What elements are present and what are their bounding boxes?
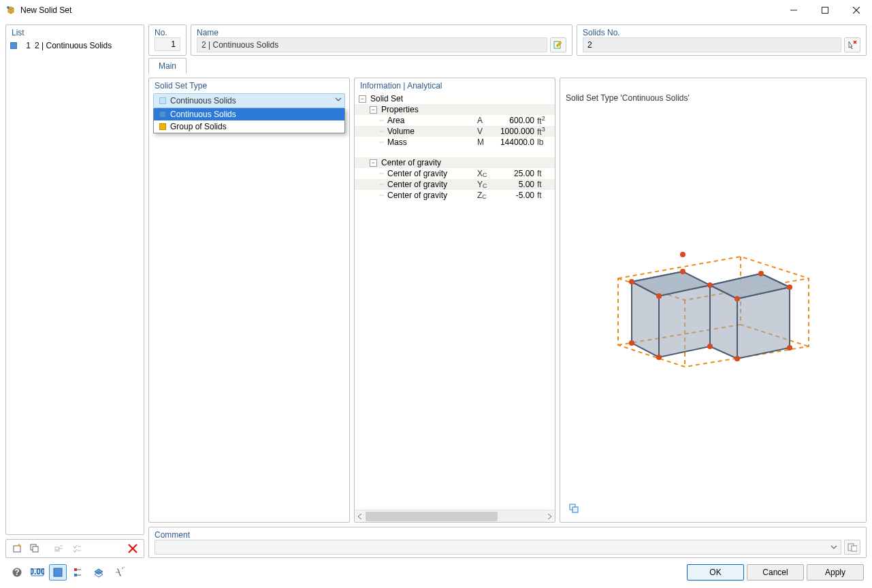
svg-point-31 bbox=[787, 284, 792, 290]
prop-name: Mass bbox=[383, 137, 477, 147]
prop-name: Volume bbox=[383, 127, 477, 136]
check-all-button[interactable] bbox=[69, 541, 85, 556]
prop-unit: lb bbox=[534, 137, 551, 147]
option-label: Group of Solids bbox=[170, 122, 227, 131]
combo-option-continuous[interactable]: Continuous Solids bbox=[154, 108, 344, 120]
information-label: Information | Analytical bbox=[360, 81, 442, 91]
help-button[interactable]: ? bbox=[8, 564, 26, 581]
cog-name: Center of gravity bbox=[383, 191, 477, 200]
list-item-icon bbox=[10, 42, 17, 49]
check-selected-button[interactable] bbox=[51, 541, 67, 556]
copy-item-button[interactable] bbox=[27, 541, 43, 556]
close-button[interactable] bbox=[841, 0, 872, 20]
prop-val: 144000.0 bbox=[496, 137, 534, 147]
svg-point-30 bbox=[758, 271, 764, 276]
chevron-down-icon bbox=[830, 543, 838, 551]
info-tree: −Solid Set −Properties ┈AreaA600.00ft2 ┈… bbox=[355, 93, 555, 510]
scroll-left-button[interactable] bbox=[355, 511, 366, 522]
name-label: Name bbox=[197, 28, 566, 37]
list-panel: List 1 2 | Continuous Solids bbox=[5, 24, 144, 535]
solids-no-input[interactable]: 2 bbox=[583, 37, 841, 52]
no-label: No. bbox=[155, 28, 180, 37]
cog-val: 25.00 bbox=[496, 169, 534, 178]
display-button[interactable] bbox=[49, 564, 67, 581]
tree-toggle[interactable]: − bbox=[370, 106, 377, 114]
tree-button[interactable] bbox=[69, 564, 87, 581]
layer-button[interactable] bbox=[90, 564, 108, 581]
solids-no-panel: Solids No. 2 bbox=[577, 24, 867, 56]
scroll-track[interactable] bbox=[366, 511, 544, 522]
prop-unit: ft3 bbox=[534, 126, 551, 137]
solid-set-type-label: Solid Set Type bbox=[155, 81, 207, 91]
tree-toggle[interactable]: − bbox=[359, 95, 366, 103]
tree-solid-set: Solid Set bbox=[369, 94, 551, 103]
solid-set-type-combo[interactable]: Continuous Solids Continuous Solids bbox=[153, 93, 345, 108]
scroll-thumb[interactable] bbox=[366, 512, 498, 521]
cog-name: Center of gravity bbox=[383, 169, 477, 178]
cog-unit: ft bbox=[534, 180, 551, 189]
option-swatch-icon bbox=[159, 123, 166, 130]
svg-point-28 bbox=[629, 340, 634, 346]
tabs: Main bbox=[148, 59, 867, 74]
list-item[interactable]: 1 2 | Continuous Solids bbox=[6, 40, 144, 51]
prop-sym: V bbox=[477, 127, 496, 136]
minimize-button[interactable] bbox=[778, 0, 809, 20]
svg-point-32 bbox=[734, 296, 740, 301]
app-icon bbox=[5, 5, 16, 16]
svg-rect-4 bbox=[822, 7, 828, 13]
combo-selected: Continuous Solids bbox=[170, 96, 236, 105]
tree-properties: Properties bbox=[380, 105, 551, 114]
svg-point-35 bbox=[680, 252, 685, 257]
svg-point-29 bbox=[707, 344, 713, 349]
save-comment-button[interactable] bbox=[844, 540, 860, 555]
svg-text:?: ? bbox=[14, 568, 19, 577]
svg-point-27 bbox=[656, 355, 662, 360]
prop-sym: A bbox=[477, 116, 496, 125]
maximize-button[interactable] bbox=[809, 0, 841, 20]
svg-text:^: ^ bbox=[122, 567, 125, 574]
comment-input[interactable] bbox=[155, 540, 841, 555]
svg-point-23 bbox=[629, 279, 634, 284]
svg-point-2 bbox=[7, 6, 10, 9]
delete-item-button[interactable] bbox=[125, 541, 141, 556]
dialog-footer: ? 0.00 ^ OK Cancel Apply bbox=[5, 562, 867, 583]
information-panel: Information | Analytical −Solid Set −Pro… bbox=[354, 78, 555, 523]
cog-sym: XC bbox=[477, 169, 496, 178]
preview-label: Solid Set Type 'Continuous Solids' bbox=[566, 93, 862, 103]
list-item-index: 1 bbox=[21, 41, 31, 50]
cog-sym: ZC bbox=[477, 191, 496, 200]
solid-set-type-panel: Solid Set Type Continuous Solids bbox=[148, 78, 350, 523]
cog-sym: YC bbox=[477, 180, 496, 189]
apply-button[interactable]: Apply bbox=[807, 564, 864, 581]
svg-point-24 bbox=[680, 269, 685, 274]
scroll-right-button[interactable] bbox=[544, 511, 555, 522]
ok-button[interactable]: OK bbox=[687, 564, 744, 581]
svg-rect-45 bbox=[74, 568, 77, 571]
units-button[interactable]: 0.00 bbox=[29, 564, 46, 581]
titlebar: New Solid Set bbox=[0, 0, 872, 20]
no-value: 1 bbox=[155, 37, 180, 51]
combo-option-group[interactable]: Group of Solids bbox=[154, 120, 344, 133]
svg-point-25 bbox=[707, 282, 713, 288]
pick-solids-button[interactable] bbox=[844, 37, 860, 52]
preview-canvas[interactable] bbox=[564, 105, 862, 499]
tree-toggle[interactable]: − bbox=[370, 159, 377, 167]
name-input[interactable]: 2 | Continuous Solids bbox=[197, 37, 547, 52]
cog-unit: ft bbox=[534, 169, 551, 178]
new-item-button[interactable] bbox=[9, 541, 25, 556]
function-button[interactable]: ^ bbox=[110, 564, 128, 581]
prop-val: 600.00 bbox=[496, 116, 534, 125]
cancel-button[interactable]: Cancel bbox=[747, 564, 804, 581]
prop-unit: ft2 bbox=[534, 115, 551, 126]
preview-panel: Solid Set Type 'Continuous Solids' bbox=[560, 78, 867, 523]
preview-cascade-button[interactable] bbox=[566, 501, 582, 516]
horizontal-scrollbar[interactable] bbox=[355, 510, 555, 522]
svg-rect-37 bbox=[572, 507, 578, 512]
edit-name-button[interactable] bbox=[550, 37, 566, 52]
option-swatch-icon bbox=[159, 111, 166, 118]
combo-swatch-icon bbox=[159, 97, 166, 104]
window-controls bbox=[778, 0, 872, 20]
tab-main[interactable]: Main bbox=[148, 58, 187, 74]
svg-text:0.00: 0.00 bbox=[31, 567, 44, 576]
svg-rect-9 bbox=[33, 546, 38, 552]
